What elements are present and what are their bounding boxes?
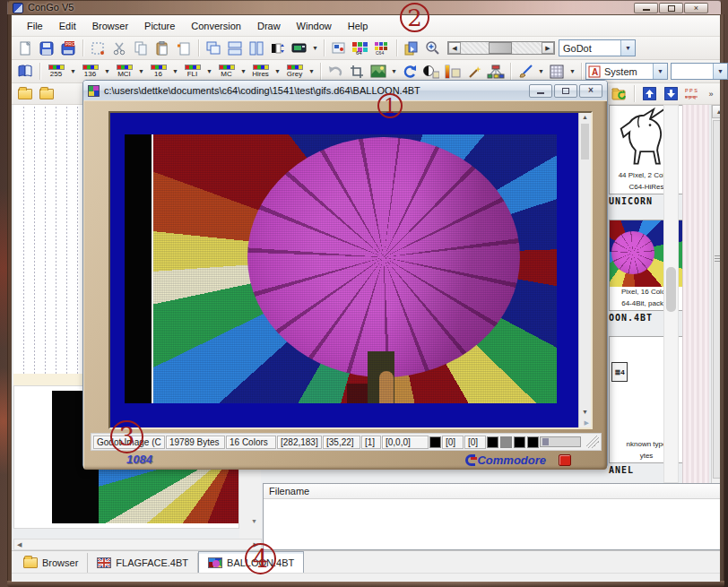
combo-arrow-icon[interactable]: ▼ (620, 40, 635, 56)
grid-dropdown[interactable]: ▼ (568, 62, 577, 82)
convert-dropdown-mc[interactable]: ▼ (238, 62, 248, 82)
menu-item-edit[interactable]: Edit (51, 18, 84, 34)
convert-button-mci[interactable]: MCI (112, 62, 136, 82)
scroll-down-icon[interactable]: ▼ (251, 518, 257, 524)
move-down-button[interactable] (660, 84, 681, 104)
new-clip-button[interactable] (173, 39, 195, 58)
cascade-windows-button[interactable] (203, 39, 224, 58)
combo-arrow-icon[interactable]: ▼ (713, 64, 727, 79)
viewer-maximize-button[interactable] (554, 84, 577, 98)
display-settings-dropdown[interactable]: ▼ (310, 39, 320, 58)
minimize-button[interactable] (634, 3, 658, 13)
select-region-button[interactable] (87, 39, 108, 58)
scroll-up-icon[interactable]: ▲ (582, 114, 588, 120)
tile-vertical-button[interactable] (246, 39, 267, 58)
menu-item-picture[interactable]: Picture (136, 18, 183, 34)
folder-open-button[interactable] (14, 84, 36, 104)
scroll-left-icon[interactable]: ◀ (14, 541, 24, 548)
convert-button-mc[interactable]: MC (214, 62, 238, 82)
menu-item-help[interactable]: Help (340, 18, 377, 34)
save-button[interactable] (36, 39, 57, 58)
image-dropdown[interactable]: ▼ (389, 62, 399, 82)
folder-sync-2-button[interactable] (609, 84, 630, 104)
balloon-image[interactable] (153, 134, 557, 403)
screen-vertical-scrollbar[interactable]: ▲ ▼ (578, 113, 591, 427)
viewer-titlebar[interactable]: c:\users\dettke\documents\c64\coding\154… (83, 81, 607, 100)
maximize-button[interactable] (659, 3, 683, 13)
scroll-up-icon[interactable]: ▲ (712, 105, 720, 118)
menu-item-draw[interactable]: Draw (249, 18, 289, 34)
convert-dropdown-255[interactable]: ▼ (68, 62, 78, 82)
screen-scroll-thumb[interactable] (581, 124, 589, 160)
pattern-combo[interactable]: ▼ (671, 63, 728, 80)
tile-horizontal-button[interactable] (224, 39, 246, 58)
color-tree-button[interactable] (485, 62, 507, 82)
convert-button-fli[interactable]: FLI (180, 62, 204, 82)
close-button[interactable]: × (684, 3, 708, 13)
scroll-down-icon[interactable]: ▼ (582, 409, 588, 415)
palette-c64-button[interactable]: C64 (371, 39, 393, 58)
filename-list-panel[interactable]: Filename (263, 483, 720, 550)
godot-format-combo[interactable]: GoDot ▼ (559, 39, 636, 56)
scroll-right-icon[interactable]: ▶ (585, 419, 589, 427)
resize-grip[interactable] (586, 436, 599, 448)
save-pro-button[interactable]: PRO (57, 39, 79, 58)
convert-button-16[interactable]: 16 (146, 62, 170, 82)
tab-flagface-4bt[interactable]: FLAGFACE.4BT (88, 553, 198, 573)
convert-dropdown-fli[interactable]: ▼ (204, 62, 214, 82)
contrast-button[interactable] (420, 62, 442, 82)
menu-item-conversion[interactable]: Conversion (183, 18, 249, 34)
zoom-slider[interactable]: ◀ ▶ (447, 41, 555, 55)
toolbar-overflow-chevron[interactable]: » (705, 90, 717, 99)
combo-arrow-icon[interactable]: ▼ (653, 64, 667, 79)
sidebar-scroll-thumb[interactable] (666, 267, 676, 312)
slider-thumb[interactable] (489, 42, 512, 54)
convert-dropdown-hires[interactable]: ▼ (273, 62, 282, 82)
splitter-grip-icon[interactable] (715, 255, 720, 256)
brush-button[interactable] (515, 62, 536, 82)
viewer-window[interactable]: c:\users\dettke\documents\c64\coding\154… (82, 80, 608, 469)
preview-horizontal-scrollbar[interactable]: ◀▶ (13, 539, 262, 550)
convert-button-grey[interactable]: Grey (282, 62, 307, 82)
crop-button[interactable] (346, 62, 368, 82)
tab-browser[interactable]: Browser (14, 553, 88, 573)
convert-dropdown-mci[interactable]: ▼ (136, 62, 146, 82)
convert-dropdown-16[interactable]: ▼ (170, 62, 180, 82)
brush-dropdown[interactable]: ▼ (536, 62, 546, 82)
sidebar-scrollbar[interactable] (663, 105, 679, 483)
book-button[interactable] (14, 62, 36, 82)
move-up-button[interactable] (638, 84, 660, 104)
folder-open-2-button[interactable] (36, 84, 57, 104)
undo-button[interactable] (325, 62, 346, 82)
display-settings-button[interactable] (289, 39, 310, 58)
menu-item-file[interactable]: File (19, 18, 51, 34)
new-file-button[interactable] (14, 39, 36, 58)
magic-wand-button[interactable] (464, 62, 485, 82)
swap-black-white-button[interactable] (267, 39, 289, 58)
right-scroll-thumb[interactable] (713, 120, 720, 479)
paste-button[interactable] (152, 39, 173, 58)
viewer-minimize-button[interactable] (529, 84, 552, 98)
slider-track[interactable] (461, 42, 542, 54)
rotate-button[interactable] (399, 62, 420, 82)
pps-button[interactable]: P P Ss p q (681, 84, 703, 104)
convert-button-hires[interactable]: Hires (248, 62, 273, 82)
brightness-button[interactable] (442, 62, 464, 82)
filename-column-header[interactable]: Filename (264, 484, 720, 499)
font-combo[interactable]: A System ▼ (585, 63, 668, 80)
menu-item-browser[interactable]: Browser (84, 18, 136, 34)
menu-item-window[interactable]: Window (289, 18, 340, 34)
convert-button-136[interactable]: 136 (78, 62, 102, 82)
image-button[interactable] (368, 62, 389, 82)
preview-c64-button[interactable] (328, 39, 350, 58)
main-titlebar[interactable]: ConGo V5 × (7, 0, 722, 14)
grid-button[interactable] (546, 62, 568, 82)
convert-dropdown-grey[interactable]: ▼ (307, 62, 316, 82)
copy-button[interactable] (130, 39, 152, 58)
cut-button[interactable] (108, 39, 130, 58)
viewer-close-button[interactable]: × (579, 84, 602, 98)
colors-64-button[interactable]: 64 (350, 39, 371, 58)
reload-image-button[interactable] (401, 39, 422, 58)
browser-list-pane[interactable] (13, 105, 91, 374)
slider-right-arrow[interactable]: ▶ (542, 42, 554, 54)
